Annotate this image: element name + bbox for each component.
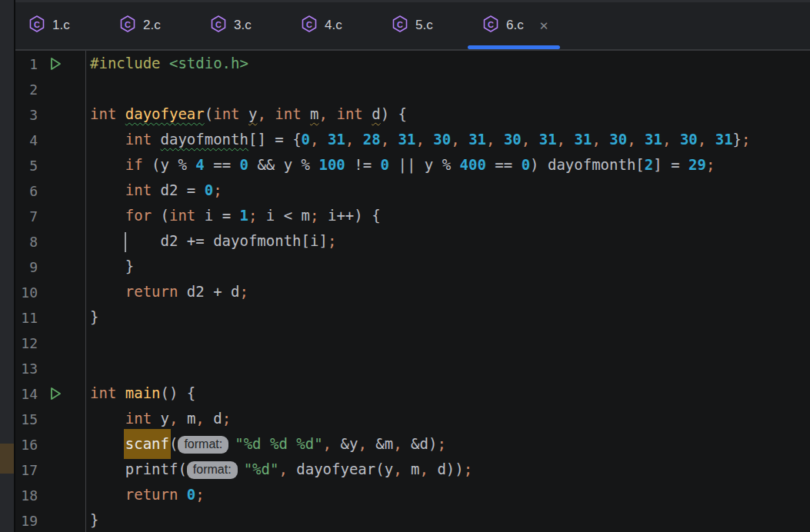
inlay-hint-format[interactable]: format: [178, 436, 228, 454]
inlay-hint-format[interactable]: format: [187, 461, 238, 479]
gutter[interactable]: 9 [15, 254, 86, 279]
code-token: y [152, 410, 169, 427]
code-line-13[interactable]: 13 [15, 355, 810, 381]
code-line-2[interactable]: 2 [15, 76, 810, 101]
code-text[interactable]: return 0; [86, 482, 205, 507]
tab-2.c[interactable]: C2.c [111, 7, 202, 44]
line-number[interactable]: 9 [29, 258, 38, 274]
line-number[interactable]: 15 [21, 411, 38, 427]
line-number[interactable]: 6 [29, 182, 38, 198]
tab-6.c[interactable]: C6.c✕ [474, 7, 575, 44]
code-text[interactable]: return d2 + d; [86, 279, 248, 304]
code-text[interactable]: } [86, 507, 98, 532]
code-token: [] = { [248, 131, 302, 148]
code-line-11[interactable]: 11} [15, 304, 810, 330]
svg-text:C: C [306, 19, 312, 28]
line-number[interactable]: 14 [21, 385, 38, 401]
gutter[interactable]: 17 [15, 457, 86, 482]
tab-5.c[interactable]: C5.c [383, 7, 474, 44]
code-line-1[interactable]: 1#include <stdio.h> [15, 51, 810, 76]
code-line-18[interactable]: 18 return 0; [15, 482, 810, 507]
gutter[interactable]: 2 [15, 76, 86, 101]
code-token: int [169, 207, 195, 224]
code-text[interactable]: printf(format:"%d", dayofyear(y, m, d)); [86, 457, 472, 482]
code-token [240, 105, 248, 122]
code-line-10[interactable]: 10 return d2 + d; [15, 279, 810, 304]
gutter[interactable]: 3 [15, 101, 86, 127]
code-token: ) { [381, 105, 407, 122]
gutter[interactable]: 4 [15, 127, 86, 152]
code-token: main [125, 384, 161, 401]
code-line-3[interactable]: 3int dayofyear(int y, int m, int d) { [15, 101, 810, 127]
code-line-9[interactable]: 9 } [15, 254, 810, 279]
code-line-6[interactable]: 6 int d2 = 0; [15, 178, 810, 203]
gutter[interactable]: 6 [15, 178, 86, 203]
gutter[interactable]: 14 [15, 381, 86, 406]
line-number[interactable]: 18 [21, 487, 38, 503]
line-number[interactable]: 3 [29, 106, 38, 122]
code-line-16[interactable]: 16 scanf(format:"%d %d %d", &y, &m, &d); [15, 431, 810, 457]
code-text[interactable]: int dayofyear(int y, int m, int d) { [86, 101, 407, 127]
gutter[interactable]: 7 [15, 203, 86, 228]
line-number[interactable]: 4 [29, 131, 38, 148]
code-token: 2 [645, 156, 653, 173]
line-number[interactable]: 17 [21, 461, 38, 477]
code-line-19[interactable]: 19} [15, 507, 810, 532]
code-line-4[interactable]: 4 int dayofmonth[] = {0, 31, 28, 31, 30,… [15, 127, 810, 152]
code-line-15[interactable]: 15 int y, m, d; [15, 406, 810, 431]
gutter[interactable]: 8 [15, 228, 86, 254]
tab-close-icon[interactable]: ✕ [539, 20, 549, 32]
line-number[interactable]: 16 [21, 436, 38, 452]
line-number[interactable]: 2 [29, 81, 38, 97]
line-number[interactable]: 7 [29, 208, 38, 224]
code-text[interactable]: #include <stdio.h> [86, 51, 248, 76]
gutter[interactable]: 18 [15, 482, 86, 507]
gutter[interactable]: 12 [15, 330, 86, 355]
gutter[interactable]: 13 [15, 355, 86, 381]
run-icon[interactable] [48, 386, 63, 401]
gutter[interactable]: 1 [15, 51, 86, 76]
code-token [318, 131, 327, 148]
code-line-12[interactable]: 12 [15, 330, 810, 355]
code-token: ; [706, 156, 715, 173]
gutter[interactable]: 16 [15, 431, 86, 457]
gutter[interactable]: 10 [15, 279, 86, 304]
line-number[interactable]: 11 [21, 309, 38, 325]
line-number[interactable]: 12 [21, 334, 38, 351]
gutter[interactable]: 19 [15, 507, 86, 532]
code-text[interactable]: int main() { [86, 381, 195, 406]
code-editor[interactable]: 1#include <stdio.h>23int dayofyear(int y… [15, 51, 810, 532]
code-line-5[interactable]: 5 if (y % 4 == 0 && y % 100 != 0 || y % … [15, 152, 810, 178]
code-line-17[interactable]: 17 printf(format:"%d", dayofyear(y, m, d… [15, 457, 810, 482]
code-token: , [698, 131, 706, 148]
c-file-icon: C [302, 15, 317, 36]
code-line-7[interactable]: 7 for (int i = 1; i < m; i++) { [15, 203, 810, 228]
tab-4.c[interactable]: C4.c [292, 7, 383, 44]
code-line-8[interactable]: 8 d2 += dayofmonth[i]; [15, 228, 810, 254]
code-text[interactable]: int dayofmonth[] = {0, 31, 28, 31, 30, 3… [86, 127, 751, 152]
code-text[interactable]: d2 += dayofmonth[i]; [86, 228, 336, 254]
gutter[interactable]: 11 [15, 304, 86, 330]
code-text[interactable]: } [86, 254, 134, 279]
run-icon[interactable] [48, 56, 63, 71]
line-number[interactable]: 5 [29, 157, 38, 173]
gutter[interactable]: 5 [15, 152, 86, 178]
code-token: dayofyear [125, 105, 205, 122]
code-line-14[interactable]: 14int main() { [15, 381, 810, 406]
code-text[interactable]: int y, m, d; [86, 406, 231, 431]
line-number[interactable]: 10 [21, 284, 38, 300]
code-text[interactable]: int d2 = 0; [86, 178, 222, 203]
code-text[interactable]: if (y % 4 == 0 && y % 100 != 0 || y % 40… [86, 152, 715, 178]
line-number[interactable]: 19 [21, 512, 38, 528]
tab-1.c[interactable]: C1.c [20, 7, 111, 44]
code-token: d [205, 410, 222, 427]
line-number[interactable]: 8 [29, 233, 38, 249]
code-text[interactable]: for (int i = 1; i < m; i++) { [86, 203, 381, 228]
code-token: 0 [205, 181, 213, 198]
line-number[interactable]: 13 [21, 360, 38, 376]
code-text[interactable]: scanf(format:"%d %d %d", &y, &m, &d); [86, 429, 446, 459]
line-number[interactable]: 1 [29, 55, 38, 71]
code-text[interactable]: } [86, 304, 98, 330]
tab-3.c[interactable]: C3.c [202, 7, 292, 44]
gutter[interactable]: 15 [15, 406, 86, 431]
